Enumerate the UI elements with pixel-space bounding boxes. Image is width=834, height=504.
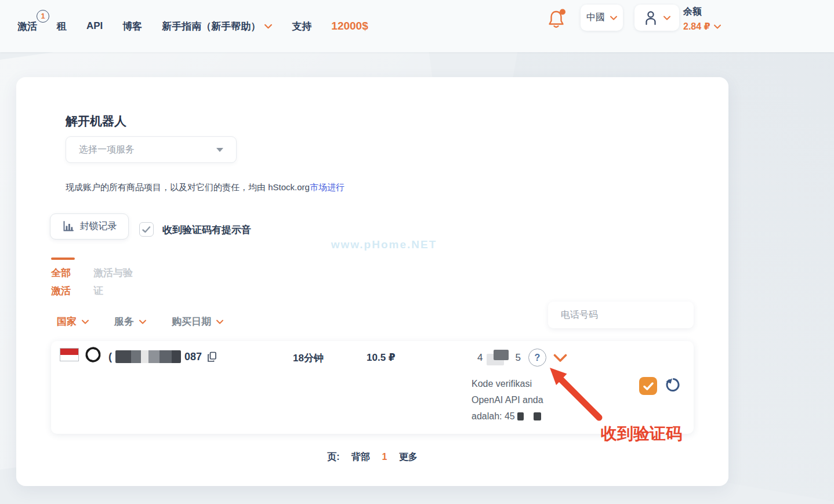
checkmark-icon [142, 226, 151, 233]
watermark: www.pHome.NET [297, 238, 471, 251]
sms-redacted-block [517, 412, 524, 420]
phone-redacted-blur [115, 350, 181, 363]
indonesia-flag-icon [60, 348, 79, 361]
chevron-down-icon [663, 16, 670, 20]
activations-panel: 解开机器人 选择一项服务 现成账户的所有商品项目，以及对它们的责任，均由 hSt… [16, 77, 728, 486]
pagination-label: 页: [327, 452, 339, 462]
sms-sound-checkbox[interactable] [139, 222, 154, 237]
nav-label: 租 [57, 20, 67, 33]
activation-tabs: 全部激活 激活与验证 [51, 258, 134, 300]
notification-count-badge: 1 [37, 10, 49, 23]
main-nav: 激活 1 租 API 博客 新手指南（新手帮助） 支持 12000$ [17, 13, 368, 39]
activation-row: ( 087 18分钟 10.5 ₽ 4 5 ? [51, 341, 694, 434]
chevron-down-icon [610, 16, 617, 20]
annotation-text: 收到验证码 [601, 423, 682, 445]
copy-icon[interactable] [207, 351, 217, 362]
block-history-button[interactable]: 封锁记录 [50, 213, 129, 240]
sms-line: Kode verifikasi [472, 376, 543, 392]
filter-purchase-date[interactable]: 购买日期 [172, 315, 223, 328]
checkmark-icon [643, 382, 654, 390]
code-first-digit: 4 [477, 352, 483, 364]
sms-redacted-block [534, 412, 541, 420]
filter-label: 国家 [57, 315, 77, 328]
bar-chart-icon [62, 220, 75, 233]
nav-item-rent[interactable]: 租 [57, 20, 67, 33]
bell-icon [547, 7, 568, 30]
top-navigation-bar: 激活 1 租 API 博客 新手指南（新手帮助） 支持 12000$ 中國 余额 [0, 0, 834, 52]
marketplace-description: 现成账户的所有商品项目，以及对它们的责任，均由 hStock.org市场进行 [66, 182, 345, 193]
nav-item-activation[interactable]: 激活 1 [17, 20, 37, 33]
code-last-digit: 5 [515, 352, 520, 364]
verification-code: 4 5 ? [477, 349, 546, 367]
sms-line: OpenAI API anda [472, 392, 543, 408]
nav-item-blog[interactable]: 博客 [122, 20, 142, 33]
phone-visible-digits: 087 [184, 351, 202, 363]
nav-label: API [86, 20, 103, 32]
country-selector-value: 中國 [586, 12, 605, 24]
chevron-down-icon [216, 320, 223, 324]
time-remaining: 18分钟 [293, 351, 324, 365]
sms-message-text: Kode verifikasi OpenAI API anda adalah: … [472, 376, 543, 425]
code-redacted-blur [487, 350, 511, 365]
notifications-bell-button[interactable] [547, 7, 568, 30]
phone-number-search-input[interactable] [548, 302, 694, 328]
nav-label: 博客 [122, 20, 142, 33]
phone-number: ( 087 [108, 350, 217, 363]
pagination-more[interactable]: 更多 [399, 452, 418, 462]
chevron-down-icon [82, 320, 89, 324]
help-question-icon[interactable]: ? [528, 349, 546, 367]
service-select-placeholder: 选择一项服务 [79, 144, 216, 156]
description-text: 现成账户的所有商品项目，以及对它们的责任，均由 hStock.org [66, 182, 310, 192]
nav-item-support[interactable]: 支持 [292, 20, 311, 33]
filter-label: 服务 [114, 315, 134, 328]
pagination-current-page[interactable]: 1 [382, 452, 387, 462]
expand-chevron-icon[interactable] [553, 354, 567, 362]
block-history-label: 封锁记录 [80, 220, 117, 233]
filter-country[interactable]: 国家 [57, 315, 89, 328]
service-select[interactable]: 选择一项服务 [66, 136, 237, 163]
nav-item-promo-amount[interactable]: 12000$ [331, 20, 368, 32]
nav-item-beginner-guide[interactable]: 新手指南（新手帮助） [162, 20, 272, 33]
tab-all-activations[interactable]: 全部激活 [51, 258, 78, 300]
balance-dropdown[interactable]: 2.84 ₽ [683, 21, 721, 32]
filter-label: 购买日期 [172, 315, 211, 328]
nav-label: 支持 [292, 20, 311, 33]
nav-label: 激活 [17, 20, 37, 33]
pagination-back[interactable]: 背部 [351, 452, 370, 462]
balance-label: 余额 [683, 6, 721, 18]
chevron-down-icon [139, 320, 146, 324]
openai-logo-icon [84, 346, 102, 364]
user-icon [643, 10, 658, 26]
balance-amount: 2.84 ₽ [683, 21, 710, 32]
retry-undo-icon[interactable] [664, 376, 683, 394]
marketplace-link[interactable]: 市场进行 [310, 182, 345, 192]
unread-dot [560, 9, 565, 15]
chevron-down-icon [264, 24, 272, 29]
nav-label: 12000$ [331, 20, 368, 32]
page-title: 解开机器人 [66, 113, 126, 129]
sms-line: adalah: 45 [472, 408, 543, 425]
account-menu-dropdown[interactable] [634, 5, 679, 31]
balance-block: 余额 2.84 ₽ [683, 6, 721, 32]
nav-label: 新手指南（新手帮助） [162, 20, 260, 33]
pagination: 页: 背部 1 更多 [16, 451, 728, 463]
country-selector-dropdown[interactable]: 中國 [581, 5, 623, 31]
nav-item-api[interactable]: API [86, 20, 103, 32]
select-arrow-icon [216, 148, 223, 152]
price: 10.5 ₽ [367, 351, 396, 364]
confirm-activation-button[interactable] [639, 377, 657, 395]
filter-bar: 国家 服务 购买日期 [57, 315, 223, 328]
filter-service[interactable]: 服务 [114, 315, 146, 328]
phone-paren: ( [108, 351, 112, 363]
chevron-down-icon [714, 24, 721, 29]
sms-sound-label: 收到验证码有提示音 [162, 223, 251, 237]
tab-activation-and-verification[interactable]: 激活与验证 [93, 258, 134, 300]
